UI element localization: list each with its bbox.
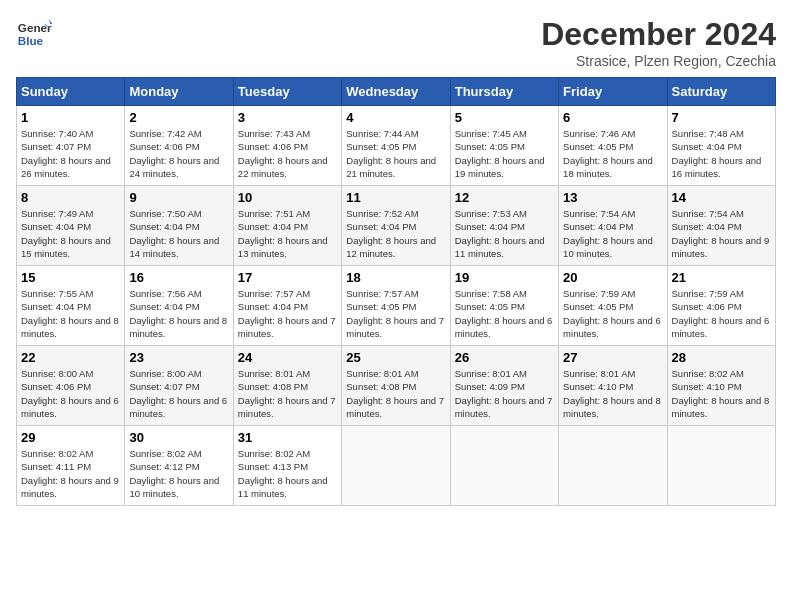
day-number: 30 xyxy=(129,430,228,445)
week-row-1: 1Sunrise: 7:40 AMSunset: 4:07 PMDaylight… xyxy=(17,106,776,186)
day-number: 4 xyxy=(346,110,445,125)
day-info: Sunrise: 7:59 AMSunset: 4:05 PMDaylight:… xyxy=(563,287,662,340)
day-cell: 18Sunrise: 7:57 AMSunset: 4:05 PMDayligh… xyxy=(342,266,450,346)
page-header: General Blue December 2024 Strasice, Plz… xyxy=(16,16,776,69)
day-info: Sunrise: 7:53 AMSunset: 4:04 PMDaylight:… xyxy=(455,207,554,260)
column-header-sunday: Sunday xyxy=(17,78,125,106)
day-cell: 1Sunrise: 7:40 AMSunset: 4:07 PMDaylight… xyxy=(17,106,125,186)
day-info: Sunrise: 8:02 AMSunset: 4:10 PMDaylight:… xyxy=(672,367,771,420)
svg-text:Blue: Blue xyxy=(18,34,44,47)
svg-text:General: General xyxy=(18,21,52,34)
day-number: 11 xyxy=(346,190,445,205)
day-number: 10 xyxy=(238,190,337,205)
day-number: 13 xyxy=(563,190,662,205)
day-number: 6 xyxy=(563,110,662,125)
column-header-thursday: Thursday xyxy=(450,78,558,106)
day-info: Sunrise: 7:44 AMSunset: 4:05 PMDaylight:… xyxy=(346,127,445,180)
month-title: December 2024 xyxy=(541,16,776,53)
day-number: 28 xyxy=(672,350,771,365)
day-info: Sunrise: 7:55 AMSunset: 4:04 PMDaylight:… xyxy=(21,287,120,340)
day-info: Sunrise: 8:00 AMSunset: 4:07 PMDaylight:… xyxy=(129,367,228,420)
week-row-5: 29Sunrise: 8:02 AMSunset: 4:11 PMDayligh… xyxy=(17,426,776,506)
day-number: 29 xyxy=(21,430,120,445)
day-info: Sunrise: 7:54 AMSunset: 4:04 PMDaylight:… xyxy=(563,207,662,260)
day-info: Sunrise: 7:59 AMSunset: 4:06 PMDaylight:… xyxy=(672,287,771,340)
day-cell: 3Sunrise: 7:43 AMSunset: 4:06 PMDaylight… xyxy=(233,106,341,186)
column-header-wednesday: Wednesday xyxy=(342,78,450,106)
day-cell: 14Sunrise: 7:54 AMSunset: 4:04 PMDayligh… xyxy=(667,186,775,266)
day-cell: 22Sunrise: 8:00 AMSunset: 4:06 PMDayligh… xyxy=(17,346,125,426)
day-info: Sunrise: 7:46 AMSunset: 4:05 PMDaylight:… xyxy=(563,127,662,180)
day-cell: 9Sunrise: 7:50 AMSunset: 4:04 PMDaylight… xyxy=(125,186,233,266)
calendar-table: SundayMondayTuesdayWednesdayThursdayFrid… xyxy=(16,77,776,506)
day-number: 16 xyxy=(129,270,228,285)
day-info: Sunrise: 8:02 AMSunset: 4:11 PMDaylight:… xyxy=(21,447,120,500)
day-cell: 15Sunrise: 7:55 AMSunset: 4:04 PMDayligh… xyxy=(17,266,125,346)
day-cell: 27Sunrise: 8:01 AMSunset: 4:10 PMDayligh… xyxy=(559,346,667,426)
day-number: 20 xyxy=(563,270,662,285)
calendar-body: 1Sunrise: 7:40 AMSunset: 4:07 PMDaylight… xyxy=(17,106,776,506)
day-number: 9 xyxy=(129,190,228,205)
day-number: 7 xyxy=(672,110,771,125)
day-number: 1 xyxy=(21,110,120,125)
day-cell: 5Sunrise: 7:45 AMSunset: 4:05 PMDaylight… xyxy=(450,106,558,186)
day-info: Sunrise: 7:50 AMSunset: 4:04 PMDaylight:… xyxy=(129,207,228,260)
day-cell: 2Sunrise: 7:42 AMSunset: 4:06 PMDaylight… xyxy=(125,106,233,186)
day-info: Sunrise: 8:02 AMSunset: 4:12 PMDaylight:… xyxy=(129,447,228,500)
week-row-3: 15Sunrise: 7:55 AMSunset: 4:04 PMDayligh… xyxy=(17,266,776,346)
week-row-2: 8Sunrise: 7:49 AMSunset: 4:04 PMDaylight… xyxy=(17,186,776,266)
column-header-monday: Monday xyxy=(125,78,233,106)
day-info: Sunrise: 8:01 AMSunset: 4:08 PMDaylight:… xyxy=(238,367,337,420)
day-cell: 26Sunrise: 8:01 AMSunset: 4:09 PMDayligh… xyxy=(450,346,558,426)
day-number: 26 xyxy=(455,350,554,365)
day-cell: 23Sunrise: 8:00 AMSunset: 4:07 PMDayligh… xyxy=(125,346,233,426)
day-cell: 19Sunrise: 7:58 AMSunset: 4:05 PMDayligh… xyxy=(450,266,558,346)
header-row: SundayMondayTuesdayWednesdayThursdayFrid… xyxy=(17,78,776,106)
day-number: 5 xyxy=(455,110,554,125)
day-cell xyxy=(667,426,775,506)
day-number: 2 xyxy=(129,110,228,125)
day-number: 18 xyxy=(346,270,445,285)
day-info: Sunrise: 7:57 AMSunset: 4:05 PMDaylight:… xyxy=(346,287,445,340)
logo-icon: General Blue xyxy=(16,16,52,52)
day-cell: 24Sunrise: 8:01 AMSunset: 4:08 PMDayligh… xyxy=(233,346,341,426)
day-number: 27 xyxy=(563,350,662,365)
day-info: Sunrise: 7:40 AMSunset: 4:07 PMDaylight:… xyxy=(21,127,120,180)
day-number: 24 xyxy=(238,350,337,365)
day-info: Sunrise: 7:51 AMSunset: 4:04 PMDaylight:… xyxy=(238,207,337,260)
day-number: 8 xyxy=(21,190,120,205)
day-number: 12 xyxy=(455,190,554,205)
day-cell: 4Sunrise: 7:44 AMSunset: 4:05 PMDaylight… xyxy=(342,106,450,186)
day-cell: 17Sunrise: 7:57 AMSunset: 4:04 PMDayligh… xyxy=(233,266,341,346)
day-info: Sunrise: 7:58 AMSunset: 4:05 PMDaylight:… xyxy=(455,287,554,340)
day-info: Sunrise: 7:42 AMSunset: 4:06 PMDaylight:… xyxy=(129,127,228,180)
day-number: 31 xyxy=(238,430,337,445)
day-cell: 10Sunrise: 7:51 AMSunset: 4:04 PMDayligh… xyxy=(233,186,341,266)
day-cell: 28Sunrise: 8:02 AMSunset: 4:10 PMDayligh… xyxy=(667,346,775,426)
day-number: 22 xyxy=(21,350,120,365)
column-header-tuesday: Tuesday xyxy=(233,78,341,106)
day-cell: 6Sunrise: 7:46 AMSunset: 4:05 PMDaylight… xyxy=(559,106,667,186)
day-info: Sunrise: 7:48 AMSunset: 4:04 PMDaylight:… xyxy=(672,127,771,180)
day-number: 14 xyxy=(672,190,771,205)
day-info: Sunrise: 7:43 AMSunset: 4:06 PMDaylight:… xyxy=(238,127,337,180)
day-cell xyxy=(559,426,667,506)
day-cell: 8Sunrise: 7:49 AMSunset: 4:04 PMDaylight… xyxy=(17,186,125,266)
title-block: December 2024 Strasice, Plzen Region, Cz… xyxy=(541,16,776,69)
day-info: Sunrise: 7:54 AMSunset: 4:04 PMDaylight:… xyxy=(672,207,771,260)
day-cell: 13Sunrise: 7:54 AMSunset: 4:04 PMDayligh… xyxy=(559,186,667,266)
location-subtitle: Strasice, Plzen Region, Czechia xyxy=(541,53,776,69)
day-cell: 12Sunrise: 7:53 AMSunset: 4:04 PMDayligh… xyxy=(450,186,558,266)
column-header-saturday: Saturday xyxy=(667,78,775,106)
day-number: 17 xyxy=(238,270,337,285)
day-number: 19 xyxy=(455,270,554,285)
day-info: Sunrise: 8:02 AMSunset: 4:13 PMDaylight:… xyxy=(238,447,337,500)
day-cell xyxy=(450,426,558,506)
day-info: Sunrise: 8:00 AMSunset: 4:06 PMDaylight:… xyxy=(21,367,120,420)
day-number: 3 xyxy=(238,110,337,125)
day-number: 23 xyxy=(129,350,228,365)
day-cell: 20Sunrise: 7:59 AMSunset: 4:05 PMDayligh… xyxy=(559,266,667,346)
day-info: Sunrise: 7:57 AMSunset: 4:04 PMDaylight:… xyxy=(238,287,337,340)
day-number: 25 xyxy=(346,350,445,365)
day-cell: 7Sunrise: 7:48 AMSunset: 4:04 PMDaylight… xyxy=(667,106,775,186)
